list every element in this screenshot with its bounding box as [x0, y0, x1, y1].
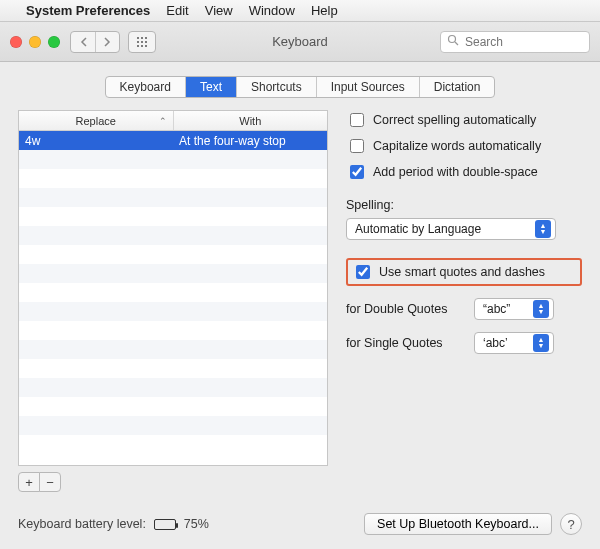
correct-spelling-check[interactable]: [350, 113, 364, 127]
app-menu[interactable]: System Preferences: [26, 3, 150, 18]
spelling-value: Automatic by Language: [355, 222, 481, 236]
footer: Keyboard battery level: 75% Set Up Bluet…: [18, 505, 582, 549]
double-quotes-select[interactable]: “abc” ▲▼: [474, 298, 554, 320]
table-row[interactable]: [19, 321, 327, 340]
popup-arrows-icon: ▲▼: [535, 220, 551, 238]
battery-icon: [154, 519, 176, 530]
tab-shortcuts[interactable]: Shortcuts: [236, 77, 316, 97]
tab-keyboard[interactable]: Keyboard: [106, 77, 185, 97]
table-row[interactable]: [19, 283, 327, 302]
table-row[interactable]: [19, 226, 327, 245]
table-row[interactable]: [19, 435, 327, 454]
sort-indicator-icon: ⌃: [159, 116, 167, 126]
column-header-with[interactable]: With: [173, 111, 328, 130]
search-field-wrapper[interactable]: [440, 31, 590, 53]
tab-dictation[interactable]: Dictation: [419, 77, 495, 97]
single-quotes-value: ‘abc’: [483, 336, 508, 350]
svg-point-0: [137, 37, 139, 39]
close-window-button[interactable]: [10, 36, 22, 48]
add-button[interactable]: +: [18, 472, 40, 492]
spelling-label: Spelling:: [346, 198, 582, 212]
svg-point-4: [141, 41, 143, 43]
table-row[interactable]: [19, 245, 327, 264]
forward-button[interactable]: [95, 32, 119, 52]
zoom-window-button[interactable]: [48, 36, 60, 48]
options-column: Correct spelling automatically Capitaliz…: [346, 110, 582, 505]
table-row[interactable]: [19, 169, 327, 188]
column-header-replace-label: Replace: [76, 115, 116, 127]
system-menubar: System Preferences Edit View Window Help: [0, 0, 600, 22]
battery-label: Keyboard battery level:: [18, 517, 146, 531]
menu-view[interactable]: View: [205, 3, 233, 18]
capitalize-checkbox[interactable]: Capitalize words automatically: [346, 136, 582, 156]
chevron-right-icon: [104, 37, 111, 47]
table-header: Replace ⌃ With: [19, 111, 327, 131]
table-body[interactable]: 4w At the four-way stop: [19, 131, 327, 465]
setup-bluetooth-button[interactable]: Set Up Bluetooth Keyboard...: [364, 513, 552, 535]
menu-edit[interactable]: Edit: [166, 3, 188, 18]
table-row[interactable]: [19, 397, 327, 416]
table-row[interactable]: [19, 207, 327, 226]
table-row[interactable]: [19, 264, 327, 283]
menu-help[interactable]: Help: [311, 3, 338, 18]
svg-point-7: [141, 45, 143, 47]
grid-icon: [136, 36, 148, 48]
correct-spelling-checkbox[interactable]: Correct spelling automatically: [346, 110, 582, 130]
table-row[interactable]: [19, 378, 327, 397]
table-row[interactable]: 4w At the four-way stop: [19, 131, 327, 150]
tab-text[interactable]: Text: [185, 77, 236, 97]
svg-line-10: [455, 42, 458, 45]
spelling-select[interactable]: Automatic by Language ▲▼: [346, 218, 556, 240]
tab-input-sources[interactable]: Input Sources: [316, 77, 419, 97]
battery-percent: 75%: [184, 517, 209, 531]
table-row[interactable]: [19, 340, 327, 359]
nav-back-forward: [70, 31, 120, 53]
svg-point-3: [137, 41, 139, 43]
cell-with: At the four-way stop: [173, 134, 327, 148]
traffic-lights: [10, 36, 60, 48]
window-toolbar: Keyboard: [0, 22, 600, 62]
table-row[interactable]: [19, 359, 327, 378]
popup-arrows-icon: ▲▼: [533, 334, 549, 352]
smart-quotes-check[interactable]: [356, 265, 370, 279]
svg-point-6: [137, 45, 139, 47]
replacements-table[interactable]: Replace ⌃ With 4w At the four-way stop: [18, 110, 328, 466]
svg-point-1: [141, 37, 143, 39]
double-quotes-row: for Double Quotes “abc” ▲▼: [346, 298, 582, 320]
replacements-column: Replace ⌃ With 4w At the four-way stop: [18, 110, 328, 505]
single-quotes-row: for Single Quotes ‘abc’ ▲▼: [346, 332, 582, 354]
help-button[interactable]: ?: [560, 513, 582, 535]
table-row[interactable]: [19, 416, 327, 435]
capitalize-label: Capitalize words automatically: [373, 139, 541, 153]
help-icon: ?: [567, 517, 574, 532]
table-row[interactable]: [19, 188, 327, 207]
popup-arrows-icon: ▲▼: [533, 300, 549, 318]
search-icon: [447, 34, 459, 49]
period-checkbox[interactable]: Add period with double-space: [346, 162, 582, 182]
table-row[interactable]: [19, 150, 327, 169]
menu-window[interactable]: Window: [249, 3, 295, 18]
svg-point-5: [145, 41, 147, 43]
preference-pane: Keyboard Text Shortcuts Input Sources Di…: [0, 62, 600, 549]
plus-icon: +: [25, 475, 33, 490]
remove-button[interactable]: −: [39, 472, 61, 492]
cell-replace: 4w: [19, 134, 173, 148]
period-label: Add period with double-space: [373, 165, 538, 179]
show-all-button[interactable]: [128, 31, 156, 53]
double-quotes-label: for Double Quotes: [346, 302, 466, 316]
tab-bar: Keyboard Text Shortcuts Input Sources Di…: [18, 76, 582, 98]
back-button[interactable]: [71, 32, 95, 52]
svg-point-8: [145, 45, 147, 47]
smart-quotes-highlight: Use smart quotes and dashes: [346, 258, 582, 286]
chevron-left-icon: [80, 37, 87, 47]
column-header-replace[interactable]: Replace ⌃: [19, 111, 173, 130]
minimize-window-button[interactable]: [29, 36, 41, 48]
search-input[interactable]: [463, 34, 583, 50]
table-row[interactable]: [19, 302, 327, 321]
double-quotes-value: “abc”: [483, 302, 510, 316]
single-quotes-select[interactable]: ‘abc’ ▲▼: [474, 332, 554, 354]
capitalize-check[interactable]: [350, 139, 364, 153]
smart-quotes-label: Use smart quotes and dashes: [379, 265, 545, 279]
period-check[interactable]: [350, 165, 364, 179]
add-remove-controls: + −: [18, 472, 328, 492]
